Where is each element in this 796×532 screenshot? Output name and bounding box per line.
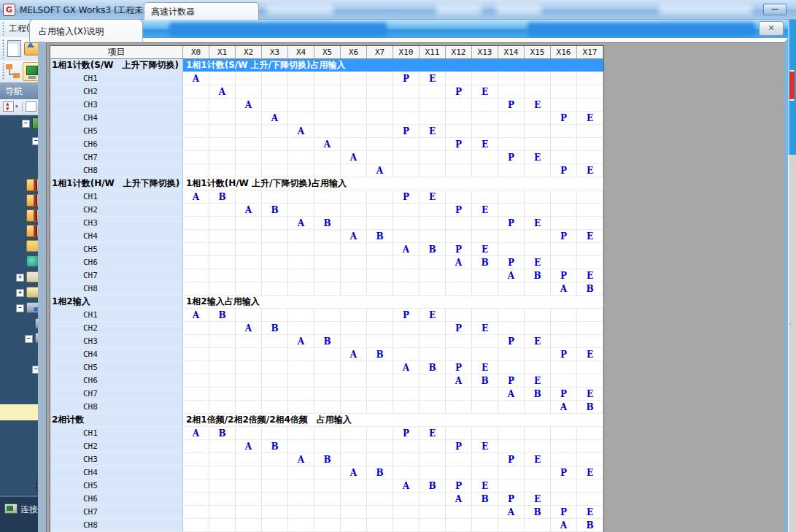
data-cell [446, 282, 472, 296]
expand-icon[interactable]: + [16, 289, 24, 297]
occupancy-mark: E [472, 479, 498, 493]
nav-sort-icon[interactable] [26, 101, 36, 112]
data-cell [525, 322, 551, 335]
data-cell [183, 453, 209, 466]
data-cell [446, 466, 472, 479]
occupancy-mark: P [551, 230, 577, 243]
occupancy-mark: E [525, 256, 551, 269]
data-cell [446, 309, 472, 322]
data-cell [209, 243, 236, 256]
data-cell [551, 217, 577, 230]
chevron-down-icon[interactable]: ▾ [15, 104, 18, 109]
data-cell [183, 138, 209, 151]
data-cell [209, 138, 236, 151]
data-cell [209, 269, 236, 282]
data-cell [288, 72, 314, 85]
nav-filter-icon[interactable] [3, 101, 14, 112]
data-cell [367, 243, 393, 256]
data-cell [209, 151, 236, 164]
occupancy-mark: A [236, 204, 262, 217]
data-cell [393, 204, 420, 217]
occupancy-mark: P [446, 204, 472, 217]
data-cell [341, 401, 367, 414]
blurred-header-text [169, 23, 387, 36]
data-cell [525, 164, 551, 177]
connect-destination-icon[interactable] [4, 504, 18, 514]
tree-view-icon[interactable] [5, 63, 20, 79]
table-row: CH8AB [50, 519, 603, 532]
data-cell [262, 335, 288, 348]
channel-label: CH4 [50, 348, 183, 361]
data-cell [498, 125, 525, 138]
data-cell [525, 440, 551, 453]
new-project-icon[interactable] [7, 40, 21, 57]
data-cell [393, 256, 420, 269]
data-cell [446, 388, 472, 401]
data-cell [551, 243, 577, 256]
data-cell [472, 217, 498, 230]
column-header-x: X6 [341, 46, 367, 59]
data-cell [498, 440, 525, 453]
data-cell [472, 125, 498, 138]
section-name: 1相2输入 [50, 296, 183, 309]
section-merged-title: 1相1计数(S/W 上升/下降切换)占用输入 [183, 59, 603, 72]
data-cell [577, 190, 603, 204]
data-cell [420, 322, 446, 335]
minimize-button[interactable]: — [763, 4, 787, 15]
dialog-title[interactable]: 高速计数器 [144, 2, 259, 20]
data-cell [341, 506, 367, 519]
data-cell [393, 401, 420, 414]
data-cell [262, 374, 288, 388]
data-cell [367, 519, 393, 532]
data-cell [420, 348, 446, 361]
data-cell [577, 493, 603, 506]
occupancy-mark: A [183, 72, 209, 85]
data-cell [209, 125, 236, 138]
data-cell [314, 348, 341, 361]
data-cell [314, 440, 341, 453]
occupancy-mark: P [498, 335, 525, 348]
data-cell [341, 112, 367, 125]
channel-label: CH3 [50, 335, 183, 348]
data-cell [314, 506, 341, 519]
occupancy-mark: B [262, 204, 288, 217]
close-icon[interactable]: ✕ [759, 21, 784, 36]
collapse-icon[interactable]: − [16, 304, 24, 312]
data-cell [236, 374, 262, 388]
channel-label: CH8 [50, 401, 183, 414]
data-cell [288, 322, 314, 335]
data-cell [420, 99, 446, 112]
data-cell [341, 269, 367, 282]
channel-label: CH6 [50, 493, 183, 506]
occupancy-mark: B [420, 361, 446, 374]
data-cell [393, 85, 420, 99]
tab-occupied-input[interactable]: 占用输入(X)说明 [29, 19, 143, 42]
data-cell [341, 309, 367, 322]
collapse-icon[interactable]: − [25, 335, 33, 343]
column-header-x: X10 [393, 46, 420, 59]
data-cell [420, 282, 446, 296]
data-cell [472, 309, 498, 322]
data-cell [420, 401, 446, 414]
data-cell [209, 256, 236, 269]
expand-icon[interactable]: + [16, 274, 24, 282]
data-cell [183, 506, 209, 519]
data-cell [288, 138, 314, 151]
data-cell [314, 401, 341, 414]
data-cell [314, 243, 341, 256]
occupancy-mark: A [288, 453, 314, 466]
data-cell [367, 493, 393, 506]
data-cell [525, 466, 551, 479]
data-cell [209, 322, 236, 335]
scroll-arrow-icon[interactable]: ‹ [789, 320, 796, 327]
toolbar-grip [2, 39, 4, 58]
collapse-icon[interactable]: − [22, 120, 30, 128]
data-cell [288, 204, 314, 217]
data-cell [183, 125, 209, 138]
data-cell [577, 374, 603, 388]
occupancy-mark: E [577, 230, 603, 243]
data-cell [367, 125, 393, 138]
data-cell [420, 519, 446, 532]
data-cell [446, 164, 472, 177]
occupancy-mark: E [420, 125, 446, 138]
